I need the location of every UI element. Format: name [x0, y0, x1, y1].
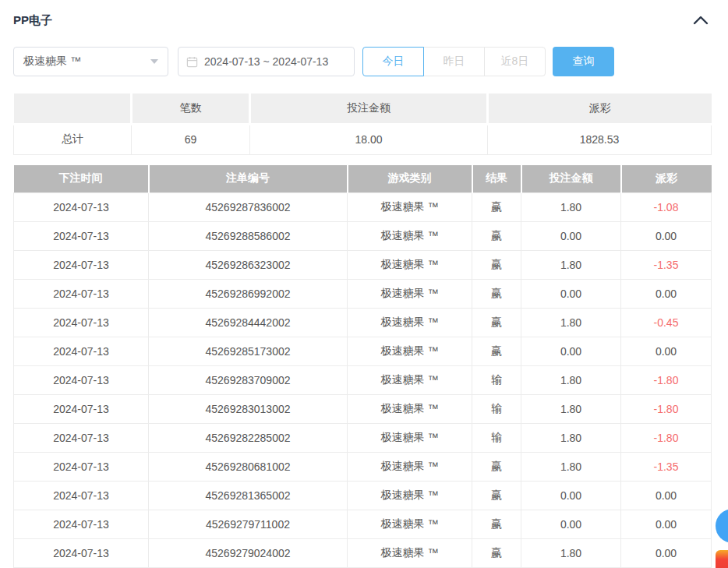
- bet-time-cell: 2024-07-13: [14, 366, 149, 395]
- bet-id-cell: 45269280681002: [149, 453, 348, 482]
- payout-cell: 0.00: [621, 510, 712, 539]
- bet-id-cell: 45269286323002: [149, 251, 348, 280]
- table-row: 2024-07-13 45269287836002 极速糖果 ™ 赢 1.80 …: [14, 193, 712, 222]
- col-header-bet-amount: 投注金额: [521, 165, 621, 193]
- query-button[interactable]: 查询: [553, 47, 614, 76]
- quick-date-group: 今日 昨日 近8日: [362, 47, 546, 76]
- game-type-cell: 极速糖果 ™: [348, 251, 472, 280]
- result-cell: 赢: [472, 280, 521, 309]
- bet-time-cell: 2024-07-13: [14, 309, 149, 337]
- summary-total-count: 69: [132, 124, 250, 154]
- bet-time-cell: 2024-07-13: [14, 222, 149, 251]
- table-row: 2024-07-13 45269284442002 极速糖果 ™ 赢 1.80 …: [14, 309, 712, 337]
- bet-time-cell: 2024-07-13: [14, 482, 149, 510]
- bet-time-cell: 2024-07-13: [14, 193, 149, 222]
- bet-amount-cell: 1.80: [521, 424, 621, 453]
- result-cell: 赢: [472, 251, 521, 280]
- promo-float-button[interactable]: [716, 550, 728, 568]
- summary-header-blank: [14, 93, 132, 124]
- game-type-cell: 极速糖果 ™: [348, 510, 472, 539]
- payout-cell: -1.35: [621, 251, 712, 280]
- bet-id-cell: 45269286992002: [149, 280, 348, 309]
- result-cell: 输: [472, 366, 521, 395]
- summary-total-payout: 1828.53: [488, 124, 712, 154]
- result-cell: 赢: [472, 453, 521, 482]
- table-row: 2024-07-13 45269283013002 极速糖果 ™ 输 1.80 …: [14, 395, 712, 424]
- table-row: 2024-07-13 45269286992002 极速糖果 ™ 赢 0.00 …: [14, 280, 712, 309]
- table-row: 2024-07-13 45269281365002 极速糖果 ™ 赢 0.00 …: [14, 482, 712, 510]
- bet-table-header-row: 下注时间 注单编号 游戏类别 结果 投注金额 派彩: [14, 165, 712, 193]
- yesterday-button[interactable]: 昨日: [423, 47, 485, 76]
- bet-amount-cell: 0.00: [521, 510, 621, 539]
- bet-time-cell: 2024-07-13: [14, 251, 149, 280]
- table-row: 2024-07-13 45269283709002 极速糖果 ™ 输 1.80 …: [14, 366, 712, 395]
- bet-time-cell: 2024-07-13: [14, 337, 149, 366]
- result-cell: 赢: [472, 193, 521, 222]
- table-row: 2024-07-13 45269280681002 极速糖果 ™ 赢 1.80 …: [14, 453, 712, 482]
- col-header-game-type: 游戏类别: [348, 165, 472, 193]
- bet-time-cell: 2024-07-13: [14, 280, 149, 309]
- bet-id-cell: 45269284442002: [149, 309, 348, 337]
- result-cell: 输: [472, 424, 521, 453]
- summary-header-bet-amount: 投注金额: [250, 93, 488, 124]
- bet-amount-cell: 1.80: [521, 193, 621, 222]
- bet-amount-cell: 1.80: [521, 539, 621, 568]
- bet-time-cell: 2024-07-13: [14, 453, 149, 482]
- game-type-cell: 极速糖果 ™: [348, 453, 472, 482]
- chevron-up-icon: [693, 15, 709, 26]
- summary-header-count: 笔数: [132, 93, 250, 124]
- payout-cell: 0.00: [621, 222, 712, 251]
- table-row: 2024-07-13 45269279024002 极速糖果 ™ 赢 1.80 …: [14, 539, 712, 568]
- panel-header: PP电子: [13, 11, 711, 30]
- date-range-input[interactable]: 2024-07-13 ~ 2024-07-13: [178, 47, 355, 76]
- summary-header-payout: 派彩: [488, 93, 712, 124]
- collapse-button[interactable]: [691, 12, 711, 29]
- result-cell: 输: [472, 395, 521, 424]
- result-cell: 赢: [472, 539, 521, 568]
- result-cell: 赢: [472, 482, 521, 510]
- col-header-payout: 派彩: [621, 165, 712, 193]
- last-8-days-button[interactable]: 近8日: [484, 47, 546, 76]
- bet-id-cell: 45269283709002: [149, 366, 348, 395]
- bet-id-cell: 45269287836002: [149, 193, 348, 222]
- payout-cell: 0.00: [621, 482, 712, 510]
- bet-table: 下注时间 注单编号 游戏类别 结果 投注金额 派彩 2024-07-13 452…: [13, 165, 712, 568]
- bet-id-cell: 45269283013002: [149, 395, 348, 424]
- result-cell: 赢: [472, 337, 521, 366]
- bet-amount-cell: 1.80: [521, 251, 621, 280]
- game-type-cell: 极速糖果 ™: [348, 539, 472, 568]
- game-select[interactable]: 极速糖果 ™: [13, 47, 168, 76]
- bet-time-cell: 2024-07-13: [14, 539, 149, 568]
- payout-cell: -0.45: [621, 309, 712, 337]
- bet-id-cell: 45269285173002: [149, 337, 348, 366]
- summary-header-row: 笔数 投注金额 派彩: [14, 93, 712, 124]
- result-cell: 赢: [472, 222, 521, 251]
- bet-amount-cell: 1.80: [521, 366, 621, 395]
- game-type-cell: 极速糖果 ™: [348, 309, 472, 337]
- col-header-bet-id: 注单编号: [149, 165, 348, 193]
- bet-id-cell: 45269281365002: [149, 482, 348, 510]
- today-button[interactable]: 今日: [362, 47, 424, 76]
- payout-cell: -1.08: [621, 193, 712, 222]
- bet-id-cell: 45269279024002: [149, 539, 348, 568]
- col-header-result: 结果: [472, 165, 521, 193]
- bet-time-cell: 2024-07-13: [14, 510, 149, 539]
- game-type-cell: 极速糖果 ™: [348, 337, 472, 366]
- summary-total-row: 总计 69 18.00 1828.53: [14, 124, 712, 154]
- filter-bar: 极速糖果 ™ 2024-07-13 ~ 2024-07-13 今日 昨日 近8日…: [13, 47, 711, 76]
- bet-id-cell: 45269288586002: [149, 222, 348, 251]
- date-range-value: 2024-07-13 ~ 2024-07-13: [204, 55, 328, 68]
- bet-table-body: 2024-07-13 45269287836002 极速糖果 ™ 赢 1.80 …: [14, 193, 712, 568]
- page-title: PP电子: [13, 13, 52, 28]
- bet-id-cell: 45269279711002: [149, 510, 348, 539]
- summary-total-bet-amount: 18.00: [250, 124, 488, 154]
- game-type-cell: 极速糖果 ™: [348, 193, 472, 222]
- payout-cell: 0.00: [621, 539, 712, 568]
- game-select-value: 极速糖果 ™: [23, 55, 81, 69]
- table-row: 2024-07-13 45269279711002 极速糖果 ™ 赢 0.00 …: [14, 510, 712, 539]
- payout-cell: -1.35: [621, 453, 712, 482]
- payout-cell: 0.00: [621, 280, 712, 309]
- bet-amount-cell: 0.00: [521, 482, 621, 510]
- game-type-cell: 极速糖果 ™: [348, 424, 472, 453]
- game-type-cell: 极速糖果 ™: [348, 482, 472, 510]
